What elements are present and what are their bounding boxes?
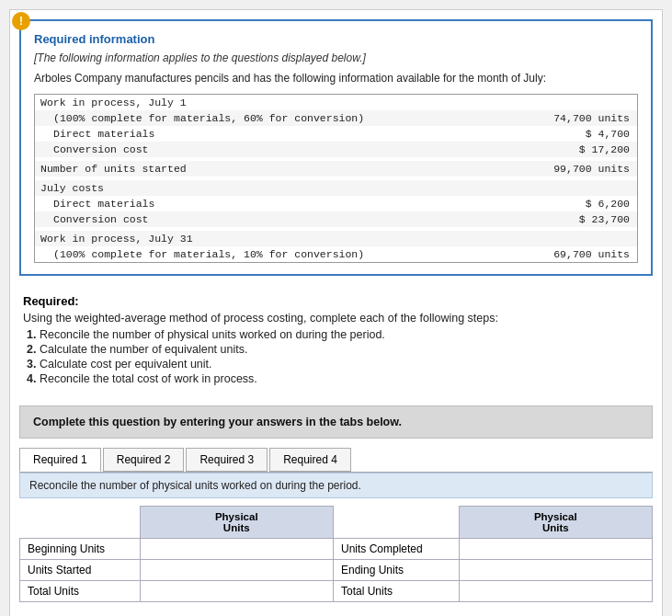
info-content: Required information [The following info… (21, 21, 651, 274)
data-row-value: $ 17,200 (510, 142, 637, 157)
tab-required-1[interactable]: Required 1 (19, 448, 101, 472)
data-row-label: Work in process, July 1 (35, 95, 511, 111)
right-input[interactable] (461, 583, 651, 599)
right-label-cell: Ending Units (333, 560, 459, 581)
data-row-label: July costs (35, 180, 511, 196)
required-section: Required: Using the weighted-average met… (10, 285, 662, 396)
data-row-label: Conversion cost (35, 142, 511, 157)
data-row-label: Work in process, July 31 (35, 231, 511, 246)
required-description: Using the weighted-average method of pro… (23, 312, 649, 325)
right-input[interactable] (461, 562, 651, 578)
data-row-value (510, 180, 637, 196)
data-row-value: $ 4,700 (510, 126, 637, 142)
tab-required-4[interactable]: Required 4 (269, 448, 351, 472)
table-row: Total UnitsTotal Units (20, 581, 653, 602)
nav-buttons: ‹ Required 1 Required 2 › (10, 610, 662, 616)
data-row-value: 74,700 units (510, 110, 637, 126)
right-input-cell[interactable] (459, 581, 653, 602)
info-description: Arboles Company manufactures pencils and… (34, 72, 638, 85)
table-row: Units StartedEnding Units (20, 560, 653, 581)
req-num: 2. (27, 343, 36, 356)
data-row-label: (100% complete for materials, 10% for co… (35, 246, 511, 263)
left-input-cell[interactable] (140, 539, 333, 560)
data-row-value: $ 6,200 (510, 196, 637, 211)
right-input[interactable] (461, 541, 651, 557)
left-label-cell: Total Units (20, 581, 141, 602)
req-num: 4. (27, 372, 36, 385)
instruction-line: Reconcile the number of physical units w… (19, 473, 653, 498)
left-label-cell: Beginning Units (20, 539, 141, 560)
left-label-cell: Units Started (20, 560, 141, 581)
data-row-label: (100% complete for materials, 60% for co… (35, 110, 511, 126)
right-input-cell[interactable] (459, 539, 653, 560)
left-input[interactable] (142, 583, 331, 599)
required-label: Required: (23, 294, 649, 308)
table-row: Beginning UnitsUnits Completed (20, 539, 653, 560)
left-input-cell[interactable] (140, 560, 333, 581)
data-row-value: 69,700 units (510, 246, 637, 263)
info-subtitle: [The following information applies to th… (34, 51, 638, 64)
main-container: ! Required information [The following in… (9, 9, 663, 616)
units-table-wrapper: PhysicalUnits PhysicalUnits Beginning Un… (19, 506, 653, 602)
right-physical-units-header: PhysicalUnits (459, 507, 653, 539)
data-row-label: Conversion cost (35, 211, 511, 227)
info-icon: ! (12, 12, 30, 30)
tab-required-2[interactable]: Required 2 (103, 448, 185, 472)
units-table: PhysicalUnits PhysicalUnits Beginning Un… (19, 506, 653, 602)
required-items: 1. Reconcile the number of physical unit… (27, 328, 649, 385)
right-input-cell[interactable] (459, 560, 653, 581)
empty-header2 (333, 507, 459, 539)
left-physical-units-header: PhysicalUnits (140, 507, 333, 539)
data-table: Work in process, July 1(100% complete fo… (34, 94, 638, 263)
req-num: 1. (27, 328, 36, 341)
complete-box: Complete this question by entering your … (19, 405, 653, 439)
left-input[interactable] (142, 541, 331, 557)
req-num: 3. (27, 358, 36, 371)
empty-header (20, 507, 141, 539)
left-input-cell[interactable] (140, 581, 333, 602)
required-item: 4. Reconcile the total cost of work in p… (27, 372, 649, 385)
required-item: 2. Calculate the number of equivalent un… (27, 343, 649, 356)
data-row-label: Direct materials (35, 126, 511, 142)
data-row-value (510, 95, 637, 111)
tabs-container: Required 1Required 2Required 3Required 4 (19, 448, 653, 472)
data-row-value: 99,700 units (510, 161, 637, 177)
left-input[interactable] (142, 562, 331, 578)
data-row-label: Direct materials (35, 196, 511, 211)
info-box: ! Required information [The following in… (19, 19, 653, 276)
complete-box-text: Complete this question by entering your … (33, 416, 402, 428)
info-title: Required information (34, 32, 638, 46)
tab-required-3[interactable]: Required 3 (186, 448, 268, 472)
required-item: 1. Reconcile the number of physical unit… (27, 328, 649, 341)
data-row-label: Number of units started (35, 161, 511, 177)
data-row-value (510, 231, 637, 246)
required-item: 3. Calculate cost per equivalent unit. (27, 358, 649, 371)
right-label-cell: Total Units (333, 581, 459, 602)
data-row-value: $ 23,700 (510, 211, 637, 227)
right-label-cell: Units Completed (333, 539, 459, 560)
